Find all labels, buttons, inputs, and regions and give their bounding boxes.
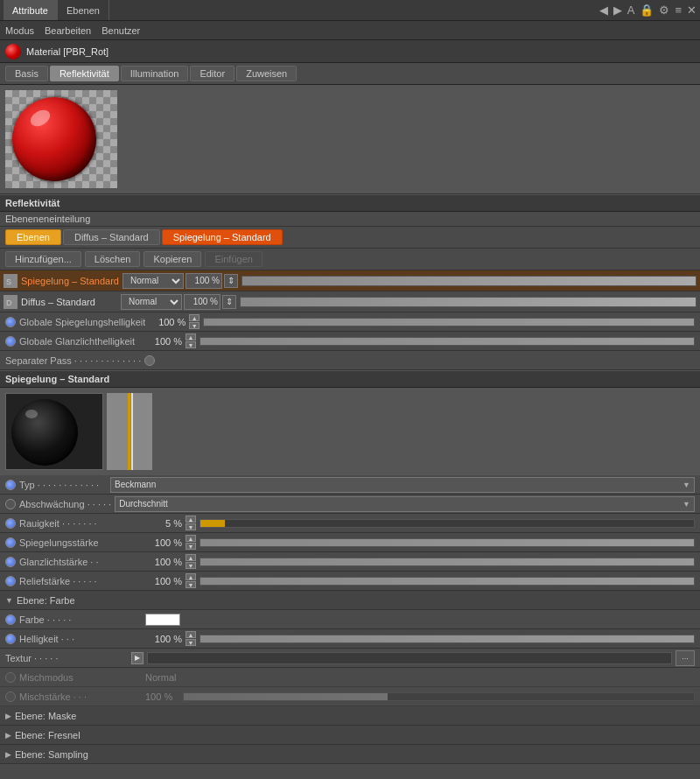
typ-radio[interactable] [5,480,16,490]
layer-mode-diffus: Normal ⇕ [121,294,236,310]
arrow-left-icon[interactable]: ◀ [599,4,608,17]
ebene-maske-arrow: ▶ [5,712,11,720]
global-glanz-radio[interactable] [5,336,16,347]
typ-row: Typ · · · · · · · · · · · · Beckmann ▼ [0,475,700,495]
ebene-fresnel-collapse[interactable]: ▶ Ebene: Fresnel [0,726,700,745]
tab-spiegelung[interactable]: Spiegelung – Standard [162,229,283,245]
spiegelungsstaerke-label: Spiegelungsstärke [19,537,142,548]
mischstaerke-radio [5,691,16,702]
layer-bar-diffus [240,297,696,307]
rauigkeit-radio[interactable] [5,518,16,529]
helligkeit-spinner[interactable]: ▲ ▼ [186,631,196,646]
layer-mode-select-diffus[interactable]: Normal [121,294,182,310]
abschwaeching-dropdown[interactable]: Durchschnitt ▼ [115,496,695,512]
settings-icon[interactable]: ⚙ [659,4,669,17]
farbe-swatch[interactable] [145,614,180,626]
separater-pass-toggle[interactable] [144,355,155,366]
glanzlichtsaerke-radio[interactable] [5,557,16,567]
typ-dropdown[interactable]: Beckmann ▼ [110,477,695,493]
global-glanz-row: Globale Glanzlichthelligkeit 100 % ▲ ▼ [0,332,700,351]
abschwaeching-radio[interactable] [5,499,16,509]
rauigkeit-row: Rauigkeit · · · · · · · 5 % ▲ ▼ [0,514,700,533]
abschwaeching-label: Abschwächung · · · · · [19,499,111,509]
textur-dots-button[interactable]: ··· [676,650,695,666]
reliefstaerke-bar [200,577,695,586]
layer-arrows-spiegelung[interactable]: ⇕ [224,274,238,288]
ebene-maske-collapse[interactable]: ▶ Ebene: Maske [0,706,700,726]
material-header: Material [PBR_Rot] [0,40,700,63]
ebene-farbe-label: Ebene: Farbe [17,595,75,606]
menu-bearbeiten[interactable]: Bearbeiten [45,25,91,36]
rauigkeit-spinner[interactable]: ▲ ▼ [186,516,196,530]
reliefstaerke-value: 100 % [145,576,182,586]
separater-pass-row: Separater Pass · · · · · · · · · · · · · [0,351,700,370]
tab-editor[interactable]: Editor [190,66,234,81]
global-spiegelung-label: Globale Spiegelungshelligkeit [19,317,145,327]
ebene-sampling-collapse[interactable]: ▶ Ebene: Sampling [0,745,700,764]
mischmodus-row: Mischmodus Normal [0,668,700,687]
preview-highlight [28,107,53,130]
layer-mode-spiegelung: Normal ⇕ [122,273,238,289]
layer-mode-select-spiegelung[interactable]: Normal [122,273,184,289]
ebene-sampling-arrow: ▶ [5,750,11,759]
farbe-radio[interactable] [5,614,16,625]
ebene-farbe-collapse[interactable]: ▼ Ebene: Farbe [0,591,700,610]
tab-attribute[interactable]: Attribute [4,0,58,20]
tab-ebenen[interactable]: Ebenen [58,0,109,20]
tab-illumination[interactable]: Illumination [121,66,189,81]
menu-bar: Modus Bearbeiten Benutzer [0,21,700,40]
menu-icon[interactable]: ≡ [675,4,682,17]
menu-benutzer[interactable]: Benutzer [102,25,140,36]
global-glanz-spinner[interactable]: ▲ ▼ [186,333,196,348]
mischmodus-value: Normal [145,672,176,683]
textur-row: Textur · · · · · ▶ ··· [0,649,700,668]
lock-icon[interactable]: 🔒 [640,4,654,17]
material-preview [5,90,117,188]
glanzlichtsaerke-row: Glanzlichtstärke · · 100 % ▲ ▼ [0,552,700,572]
spiegelungsstaerke-radio[interactable] [5,537,16,548]
tab-reflektivitaet[interactable]: Reflektivität [50,66,119,81]
preview-area [0,85,700,194]
preview-sphere [12,97,96,181]
hinzufuegen-button[interactable]: Hinzufügen... [5,251,81,267]
reliefstaerke-label: Reliefstärke · · · · · [19,576,142,586]
abschwaeching-row: Abschwächung · · · · · Durchschnitt ▼ [0,495,700,514]
spiegelung-thumb-sphere [5,393,103,470]
glanzlichtsaerke-spinner[interactable]: ▲ ▼ [186,554,196,569]
ebene-farbe-arrow: ▼ [5,596,13,605]
global-spiegelung-radio[interactable] [5,317,16,327]
rauigkeit-label: Rauigkeit · · · · · · · [19,518,142,529]
tab-ebenen-orange[interactable]: Ebenen [5,229,61,245]
kopieren-button[interactable]: Kopieren [144,251,201,267]
helligkeit-label: Helligkeit · · · [19,634,142,644]
global-glanz-label: Globale Glanzlichthelligkeit [19,336,142,347]
material-ball-icon [5,44,21,60]
textur-arrow[interactable]: ▶ [131,652,144,664]
spieg-stripe-white [131,393,133,470]
tab-zuweisen[interactable]: Zuweisen [236,66,297,81]
einfuegen-button[interactable]: Einfügen [205,251,262,267]
reliefstaerke-row: Reliefstärke · · · · · 100 % ▲ ▼ [0,572,700,591]
layer-percent-diffus[interactable] [184,294,220,310]
tab-diffus[interactable]: Diffus – Standard [63,229,160,245]
tab-basis[interactable]: Basis [5,66,48,81]
global-spiegelung-spinner[interactable]: ▲ ▼ [189,314,200,329]
spiegelungsstaerke-spinner[interactable]: ▲ ▼ [186,535,196,550]
helligkeit-radio[interactable] [5,634,16,644]
mischmodus-radio [5,672,16,683]
menu-modus[interactable]: Modus [5,25,34,36]
reliefstaerke-radio[interactable] [5,576,16,586]
spiegelungsstaerke-row: Spiegelungsstärke 100 % ▲ ▼ [0,533,700,552]
spiegelung-previews [0,388,700,475]
font-icon[interactable]: A [627,4,635,17]
layer-percent-spiegelung[interactable] [186,273,222,289]
layer-arrows-diffus[interactable]: ⇕ [222,295,236,309]
loeschen-button[interactable]: Löschen [85,251,141,267]
ebene-fresnel-label: Ebene: Fresnel [15,730,80,740]
reliefstaerke-spinner[interactable]: ▲ ▼ [186,573,196,588]
close-icon[interactable]: ✕ [687,4,696,17]
glanzlichtsaerke-label: Glanzlichtstärke · · [19,557,142,567]
ebene-sampling-label: Ebene: Sampling [15,749,88,760]
mischstaerke-value: 100 % [145,691,172,702]
arrow-right-icon[interactable]: ▶ [613,4,622,17]
